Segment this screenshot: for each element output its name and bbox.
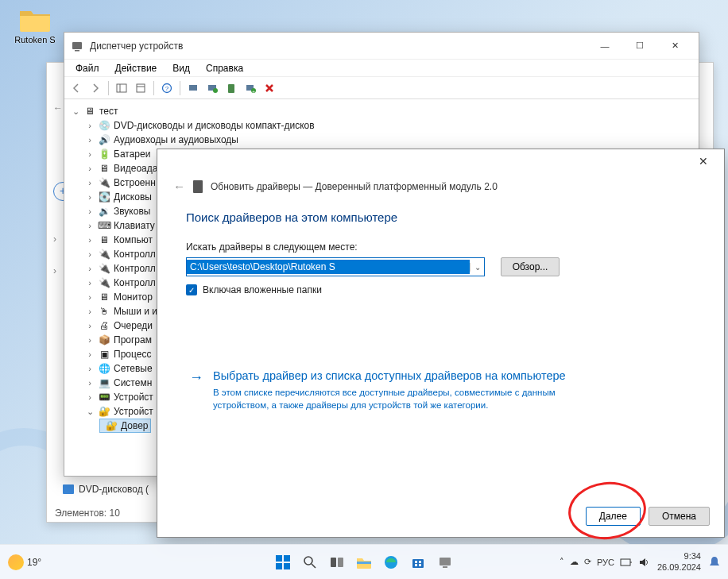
driver-path-combobox[interactable]: ⌄ [186,257,485,276]
back-icon[interactable] [68,79,85,97]
svg-rect-25 [412,559,424,568]
device-category-icon: 🔌 [98,176,110,189]
svg-rect-32 [621,559,630,565]
arrow-right-icon: → [189,369,203,411]
expand-icon[interactable]: › [85,364,95,373]
show-hide-icon[interactable] [113,79,130,97]
help-icon[interactable]: ? [158,79,176,97]
expand-icon[interactable]: › [85,221,95,230]
dialog-heading: Поиск драйверов на этом компьютере [186,210,695,224]
menu-file[interactable]: Файл [69,61,106,75]
menu-action[interactable]: Действие [109,61,164,75]
device-category-icon: 🔐 [98,405,110,418]
expand-icon[interactable]: › [85,149,95,159]
expand-icon[interactable]: › [85,192,95,202]
expand-icon[interactable]: › [85,335,95,345]
driver-path-input[interactable] [187,260,470,274]
device-category-icon: ▣ [98,348,110,361]
svg-point-19 [304,557,312,565]
expand-icon[interactable]: › [85,178,95,187]
titlebar[interactable]: Диспетчер устройств — ☐ ✕ [64,33,699,60]
expand-icon[interactable]: › [85,307,95,316]
prop-icon[interactable] [132,79,149,97]
uninstall-icon[interactable] [261,79,278,97]
svg-rect-16 [284,555,290,562]
dialog-close-button[interactable]: ✕ [687,151,719,172]
system-tray[interactable]: ˄ ☁ ⟳ РУС [560,557,649,568]
explorer-status-text: Элементов: 10 [55,508,120,519]
start-button[interactable] [272,551,294,573]
tree-node[interactable]: ›💿DVD-дисководы и дисководы компакт-диск… [68,118,695,133]
expand-icon[interactable]: › [85,164,95,173]
devmgr-taskbar-icon[interactable] [434,551,456,573]
expand-icon[interactable]: › [85,292,95,302]
explorer-back-icon[interactable]: ← [53,102,63,114]
edge-app-icon[interactable] [380,551,402,573]
next-button[interactable]: Далее [586,507,641,526]
tree-root[interactable]: ⌄🖥тест [68,104,695,118]
explorer-chevron-icon[interactable]: › [53,234,56,245]
expand-icon[interactable]: › [85,121,95,130]
minimize-button[interactable]: — [587,34,622,58]
svg-rect-30 [440,558,451,565]
option-title: Выбрать драйвер из списка доступных драй… [213,369,587,384]
pick-from-list-option[interactable]: → Выбрать драйвер из списка доступных др… [186,365,695,415]
language-indicator[interactable]: РУС [597,558,614,567]
taskview-button[interactable] [326,551,348,573]
dialog-back-icon[interactable]: ← [173,179,185,193]
expand-icon[interactable]: › [85,207,95,216]
path-label: Искать драйверы в следующем месте: [186,241,695,253]
explorer-app-icon[interactable] [353,551,375,573]
expand-icon[interactable]: ⌄ [85,407,95,417]
explorer-chevron-icon[interactable]: › [53,265,56,276]
search-button[interactable] [299,551,321,573]
browse-button[interactable]: Обзор... [501,257,560,276]
notifications-icon[interactable] [709,556,720,569]
desktop-folder-rutoken[interactable]: Rutoken S [11,6,59,44]
forward-icon[interactable] [87,79,104,97]
svg-rect-18 [284,563,290,569]
toolbar: ? + [64,77,699,99]
volume-icon[interactable] [638,557,649,568]
expand-icon[interactable]: › [85,392,95,402]
maximize-button[interactable]: ☐ [622,34,657,58]
expand-icon[interactable]: › [85,235,95,245]
store-app-icon[interactable] [407,551,429,573]
menu-help[interactable]: Справка [199,61,250,75]
update-icon[interactable] [203,79,221,97]
dialog-header-text: Обновить драйверы — Доверенный платформе… [211,181,498,192]
add-icon[interactable]: + [242,79,259,97]
device-category-icon: 🔋 [98,148,110,160]
taskbar-weather[interactable]: 19° [8,554,41,570]
expand-icon[interactable]: › [85,378,95,388]
expand-icon[interactable]: › [85,278,95,288]
cancel-button[interactable]: Отмена [649,507,710,526]
expand-icon[interactable]: › [85,349,95,359]
close-button[interactable]: ✕ [657,34,692,58]
taskbar-clock[interactable]: 9:34 26.09.2024 [657,551,701,572]
dropdown-icon[interactable]: ⌄ [470,263,484,272]
include-subfolders-checkbox[interactable]: ✓ Включая вложенные папки [186,284,695,295]
svg-rect-15 [276,555,282,562]
expand-icon[interactable]: › [85,135,95,145]
svg-point-10 [213,88,218,93]
sync-icon[interactable]: ⟳ [584,557,591,567]
network-icon[interactable] [620,557,633,568]
svg-rect-22 [338,558,343,567]
tree-node[interactable]: ›🔊Аудиовходы и аудиовыходы [68,133,695,147]
expand-icon[interactable]: › [85,249,95,259]
onedrive-icon[interactable]: ☁ [570,557,579,567]
explorer-nav-item[interactable]: DVD-дисковод ( [63,484,149,495]
expand-icon[interactable]: › [85,264,95,273]
svg-rect-26 [415,561,417,563]
scan-icon[interactable] [184,79,202,97]
device-category-icon: 🖱 [98,305,110,318]
expand-icon[interactable]: › [85,321,95,330]
collapse-icon[interactable]: ⌄ [71,106,80,117]
computer-icon: 🖥 [83,105,96,118]
option-description: В этом списке перечисляются все доступны… [213,386,587,411]
menu-view[interactable]: Вид [166,61,196,75]
chevron-up-icon[interactable]: ˄ [560,557,564,567]
enable-icon[interactable] [223,79,240,97]
device-category-icon: 💽 [98,191,110,203]
